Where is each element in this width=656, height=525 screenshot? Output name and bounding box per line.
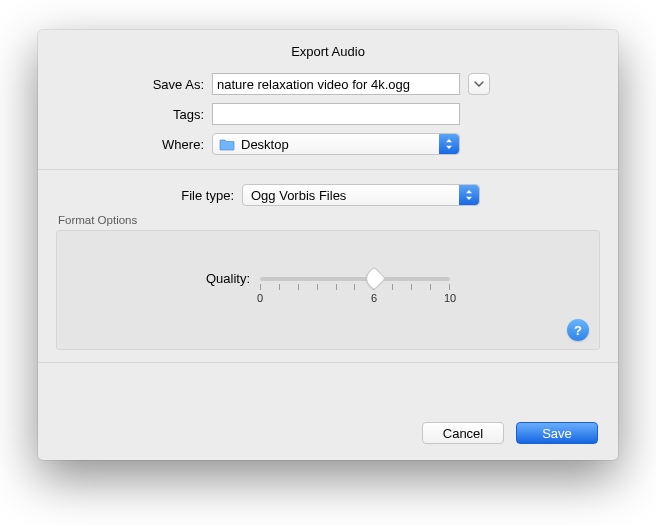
save-button-label: Save bbox=[542, 426, 572, 441]
tags-input[interactable] bbox=[212, 103, 460, 125]
tick-label-0: 0 bbox=[257, 292, 263, 304]
filetype-value: Ogg Vorbis Files bbox=[251, 188, 479, 203]
cancel-button[interactable]: Cancel bbox=[422, 422, 504, 444]
tick-label-10: 10 bbox=[444, 292, 456, 304]
chevron-down-icon bbox=[474, 81, 484, 87]
label-save-as: Save As: bbox=[38, 77, 212, 92]
section-mid: File type: Ogg Vorbis Files Format Optio… bbox=[38, 170, 618, 363]
label-tags: Tags: bbox=[38, 107, 212, 122]
label-quality: Quality: bbox=[206, 269, 260, 286]
slider-ticks bbox=[260, 284, 450, 290]
file-type-select[interactable]: Ogg Vorbis Files bbox=[242, 184, 480, 206]
expand-location-button[interactable] bbox=[468, 73, 490, 95]
folder-icon bbox=[219, 138, 235, 151]
quality-slider[interactable]: 0 6 10 bbox=[260, 269, 450, 306]
help-icon: ? bbox=[574, 323, 582, 338]
label-where: Where: bbox=[38, 137, 212, 152]
updown-icon bbox=[445, 138, 453, 150]
save-as-input[interactable] bbox=[212, 73, 460, 95]
export-sheet: Export Audio Save As: Tags: Where: Deskt… bbox=[38, 30, 618, 460]
cancel-button-label: Cancel bbox=[443, 426, 483, 441]
row-save-as: Save As: bbox=[38, 73, 618, 95]
save-button[interactable]: Save bbox=[516, 422, 598, 444]
select-arrow-cap bbox=[459, 185, 479, 205]
slider-track bbox=[260, 277, 450, 281]
tick-label-6: 6 bbox=[371, 292, 377, 304]
section-top: Export Audio Save As: Tags: Where: Deskt… bbox=[38, 30, 618, 170]
row-quality: Quality: 0 6 10 bbox=[57, 269, 599, 306]
label-format-options: Format Options bbox=[58, 214, 618, 226]
row-where: Where: Desktop bbox=[38, 133, 618, 155]
format-options-box: Quality: 0 6 10 bbox=[56, 230, 600, 350]
label-filetype: File type: bbox=[38, 188, 242, 203]
sheet-title: Export Audio bbox=[38, 44, 618, 59]
where-select[interactable]: Desktop bbox=[212, 133, 460, 155]
updown-icon bbox=[465, 189, 473, 201]
row-filetype: File type: Ogg Vorbis Files bbox=[38, 184, 618, 206]
slider-tick-labels: 0 6 10 bbox=[260, 292, 450, 306]
where-value: Desktop bbox=[241, 137, 459, 152]
select-arrow-cap bbox=[439, 134, 459, 154]
footer: Cancel Save bbox=[38, 406, 618, 460]
row-tags: Tags: bbox=[38, 103, 618, 125]
help-button[interactable]: ? bbox=[567, 319, 589, 341]
